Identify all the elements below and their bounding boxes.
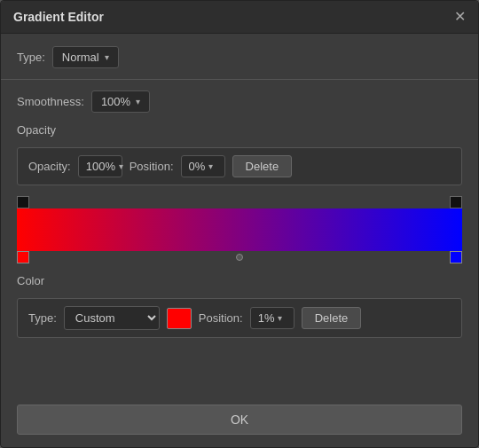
color-delete-button[interactable]: Delete (302, 307, 362, 329)
bottom-stop-mid[interactable] (236, 254, 243, 261)
opacity-label: Opacity (17, 123, 56, 137)
opacity-value: 100% (86, 160, 115, 173)
type-arrow: ▾ (105, 52, 109, 62)
color-type-label: Type: (28, 311, 57, 325)
opacity-position-field[interactable]: 0% ▾ (181, 155, 225, 177)
color-swatch[interactable] (167, 308, 192, 329)
title-bar: Gradient Editor ✕ (1, 1, 478, 34)
color-position-label: Position: (199, 311, 243, 325)
top-stop-left[interactable] (17, 196, 29, 208)
type-row: Type: Normal ▾ (17, 46, 462, 68)
color-type-select[interactable]: Foreground Background Custom (64, 306, 160, 330)
color-fields: Type: Foreground Background Custom Posit… (28, 306, 451, 330)
opacity-delete-button[interactable]: Delete (232, 155, 293, 177)
color-heading: Color (17, 274, 462, 287)
opacity-position-arrow: ▾ (208, 161, 213, 171)
bottom-stop-left-red[interactable] (17, 251, 29, 263)
gradient-area (17, 196, 462, 263)
gradient-editor-dialog: Gradient Editor ✕ Type: Normal ▾ Smoothn… (0, 0, 479, 448)
smoothness-dropdown[interactable]: 100% ▾ (91, 90, 150, 113)
color-position-arrow: ▾ (278, 313, 282, 323)
opacity-section: Opacity: 100% ▾ Position: 0% ▾ Delete (17, 147, 462, 185)
close-button[interactable]: ✕ (454, 10, 466, 24)
color-position-value: 1% (258, 311, 275, 325)
ok-button[interactable]: OK (17, 405, 462, 435)
bottom-stop-right-blue[interactable] (450, 251, 462, 263)
type-dropdown[interactable]: Normal ▾ (52, 46, 119, 68)
opacity-position-label: Position: (130, 160, 174, 173)
type-label: Type: (17, 51, 45, 64)
color-section: Type: Foreground Background Custom Posit… (17, 298, 462, 338)
dialog-body: Type: Normal ▾ Smoothness: 100% ▾ Opacit… (1, 34, 478, 447)
gradient-bar[interactable] (17, 208, 462, 251)
type-value: Normal (62, 51, 99, 64)
opacity-arrow: ▾ (119, 161, 123, 171)
smoothness-arrow: ▾ (136, 97, 140, 106)
dialog-title: Gradient Editor (13, 10, 104, 24)
gradient-bar-inner (17, 208, 462, 251)
smoothness-label: Smoothness: (17, 95, 84, 108)
opacity-value-field[interactable]: 100% ▾ (78, 155, 122, 177)
divider-1 (1, 79, 478, 80)
opacity-field-label: Opacity: (28, 160, 71, 173)
opacity-heading: Opacity (17, 123, 462, 137)
smoothness-row: Smoothness: 100% ▾ (17, 90, 462, 113)
opacity-fields: Opacity: 100% ▾ Position: 0% ▾ Delete (28, 155, 451, 177)
color-position-field[interactable]: 1% ▾ (250, 307, 294, 329)
smoothness-value: 100% (101, 95, 130, 108)
opacity-position-value: 0% (189, 160, 206, 173)
color-section-label: Color (17, 274, 44, 287)
top-stop-right[interactable] (450, 196, 462, 208)
